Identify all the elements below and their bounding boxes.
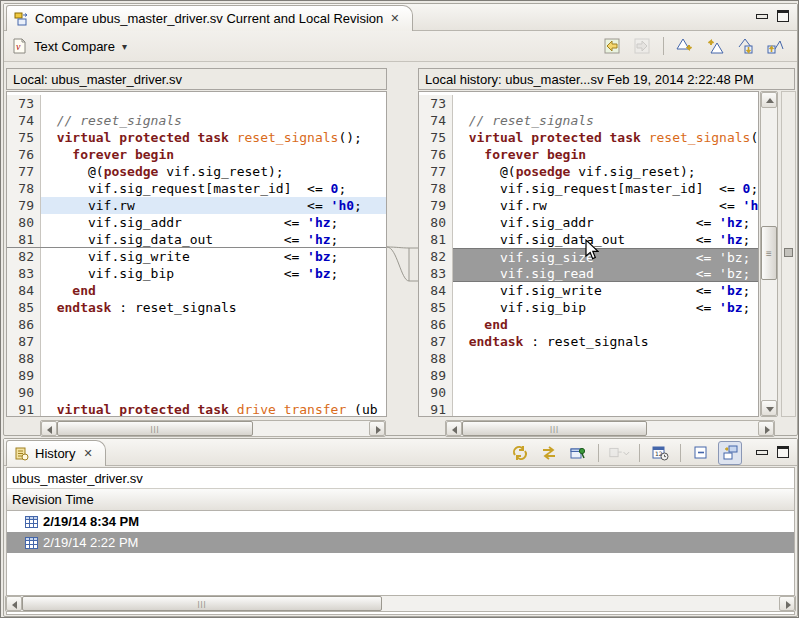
scroll-left-arrow[interactable] [446,421,462,436]
code-line-74[interactable]: 74 // reset_signals [7,112,386,129]
code-line-74[interactable]: 74 // reset_signals [419,112,758,129]
horizontal-scroll-thumb[interactable]: ||| [22,596,382,611]
code-line-81[interactable]: 81 vif.sig_data_out <= 'hz; [7,231,386,248]
code-line-75[interactable]: 75 virtual protected task reset_signals(… [7,129,386,146]
toolbar-separator [680,444,681,462]
editor-maximize-button[interactable] [777,10,789,22]
revision-time-column-header[interactable]: Revision Time [7,489,794,511]
code-line-82[interactable]: 82 vif.sig_write <= 'bz; [7,248,386,265]
pin-view-button[interactable] [566,441,590,465]
right-pane-vertical-scrollbar[interactable]: ≡ [760,91,778,417]
code-line-89[interactable]: 89 [419,367,758,384]
diff-marker[interactable] [784,248,793,257]
scroll-right-arrow[interactable] [369,421,385,436]
line-number: 84 [419,282,453,299]
right-code-pane[interactable]: 7374 // reset_signals75 virtual protecte… [418,91,759,417]
code-line-85[interactable]: 85 endtask : reset_signals [7,299,386,316]
code-line-75[interactable]: 75 virtual protected task reset_signals(… [419,129,758,146]
compare-mode-selector[interactable]: v Text Compare ▾ [4,38,127,54]
next-change-icon [736,37,754,55]
code-line-87[interactable]: 87 [7,333,386,350]
code-line-84[interactable]: 84 vif.sig_write <= 'bz; [419,282,758,299]
revision-list: 2/19/14 8:34 PM2/19/14 2:22 PM [7,511,794,553]
code-line-90[interactable]: 90 [7,384,386,401]
code-line-80[interactable]: 80 vif.sig_addr <= 'hz; [419,214,758,231]
code-line-73[interactable]: 73 [7,95,386,112]
link-with-editor-button[interactable] [537,441,561,465]
scroll-right-arrow[interactable] [758,421,774,436]
code-line-83[interactable]: 83 vif.sig_read <= 'bz; [419,265,758,282]
code-line-77[interactable]: 77 @(posedge vif.sig_reset); [419,163,758,180]
vertical-scroll-thumb[interactable]: ≡ [761,226,777,280]
line-number: 78 [419,180,453,197]
code-line-87[interactable]: 87 endtask : reset_signals [419,333,758,350]
revision-row[interactable]: 2/19/14 8:34 PM [7,511,794,532]
line-number: 79 [7,197,41,214]
code-line-83[interactable]: 83 vif.sig_bip <= 'bz; [7,265,386,282]
toolbar-separator [598,444,599,462]
revision-row[interactable]: 2/19/14 2:22 PM [7,532,794,553]
copy-all-right-to-left-button[interactable] [600,34,624,58]
show-revision-table-button[interactable] [718,441,742,465]
code-line-80[interactable]: 80 vif.sig_addr <= 'hz; [7,214,386,231]
right-pane-horizontal-scrollbar[interactable]: ||| [445,420,775,437]
code-line-73[interactable]: 73 [419,95,758,112]
left-code-pane[interactable]: 7374 // reset_signals75 virtual protecte… [6,91,387,417]
code-line-86[interactable]: 86 [7,316,386,333]
line-number: 78 [7,180,41,197]
code-line-79[interactable]: 79 vif.rw <= 'h0; [419,197,758,214]
code-line-85[interactable]: 85 vif.sig_bip <= 'bz; [419,299,758,316]
horizontal-scroll-thumb[interactable]: ||| [462,421,647,436]
next-change-button[interactable] [733,34,757,58]
code-line-88[interactable]: 88 [7,350,386,367]
code-line-78[interactable]: 78 vif.sig_request[master_id] <= 0; [7,180,386,197]
previous-change-icon [766,37,784,55]
next-difference-button[interactable] [673,34,697,58]
line-number: 81 [419,231,453,248]
code-line-91[interactable]: 91 virtual protected task drive_transfer… [7,401,386,417]
scroll-left-arrow[interactable] [6,596,22,611]
previous-change-button[interactable] [763,34,787,58]
history-minimize-button[interactable] [756,447,767,457]
tab-compare-editor[interactable]: Compare ubus_master_driver.sv Current an… [6,5,413,31]
history-maximize-button[interactable] [777,446,789,458]
line-number: 88 [7,350,41,367]
scroll-down-arrow[interactable] [761,400,777,416]
code-line-84[interactable]: 84 end [7,282,386,299]
tab-history[interactable]: History ✕ [6,440,106,466]
history-horizontal-scrollbar[interactable]: ||| [5,595,796,612]
previous-difference-button[interactable] [703,34,727,58]
horizontal-scroll-thumb[interactable]: ||| [57,421,253,436]
code-line-91[interactable]: 91 [419,401,758,417]
compare-mode-dropdown-icon[interactable]: ▾ [122,41,127,52]
code-line-88[interactable]: 88 [419,350,758,367]
diff-overview-ruler[interactable] [781,91,796,417]
refresh-button[interactable] [508,441,532,465]
code-line-81[interactable]: 81 vif.sig_data_out <= 'hz; [419,231,758,248]
code-line-78[interactable]: 78 vif.sig_request[master_id] <= 0; [419,180,758,197]
line-number: 76 [419,146,453,163]
code-line-90[interactable]: 90 [419,384,758,401]
code-line-76[interactable]: 76 forever begin [419,146,758,163]
copy-left-to-right-button [630,34,654,58]
collapse-all-button[interactable] [689,441,713,465]
code-line-82[interactable]: 82 vif.sig_size <= 'bz; [419,248,758,265]
left-pane-header: Local: ubus_master_driver.sv [6,68,387,90]
line-number: 83 [419,265,453,282]
copy-left-to-right-icon [633,37,651,55]
editor-tab-close-icon[interactable]: ✕ [388,12,401,25]
code-line-89[interactable]: 89 [7,367,386,384]
code-line-86[interactable]: 86 end [419,316,758,333]
scroll-left-arrow[interactable] [41,421,57,436]
left-pane-horizontal-scrollbar[interactable]: ||| [40,420,386,437]
date-filter-button[interactable]: 12 [648,441,672,465]
code-line-77[interactable]: 77 @(posedge vif.sig_reset); [7,163,386,180]
code-line-76[interactable]: 76 forever begin [7,146,386,163]
calendar-clock-icon: 12 [651,444,669,462]
editor-minimize-button[interactable] [756,11,767,21]
scroll-right-arrow[interactable] [779,596,795,611]
scroll-up-arrow[interactable] [761,92,777,108]
history-tab-close-icon[interactable]: ✕ [81,447,94,460]
refresh-icon [511,444,529,462]
code-line-79[interactable]: 79 vif.rw <= 'h0; [7,197,386,214]
